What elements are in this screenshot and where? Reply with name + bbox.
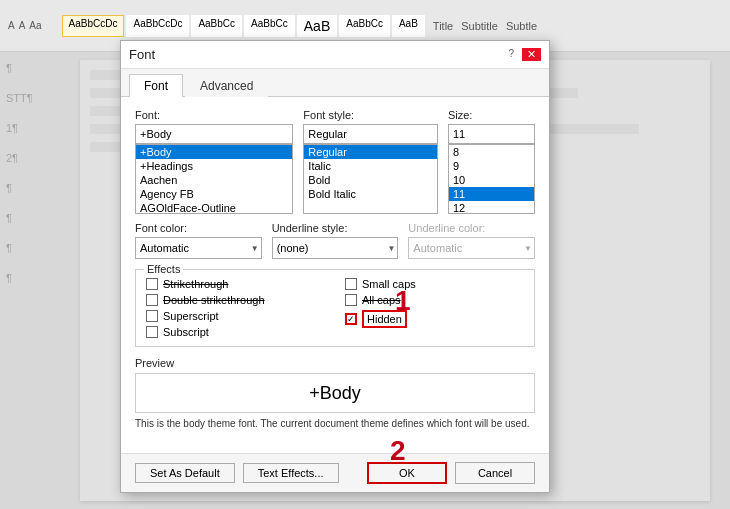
tab-advanced[interactable]: Advanced	[185, 74, 268, 97]
superscript-label: Superscript	[163, 310, 219, 322]
preview-label: Preview	[135, 357, 535, 369]
superscript-effect: Superscript	[146, 310, 325, 322]
font-style-input[interactable]	[303, 124, 438, 144]
font-size-col: Size: 8 9 10 11 12	[448, 109, 535, 214]
effects-section: Effects Strikethrough Double strikethrou…	[135, 269, 535, 347]
dialog-body: Font: +Body +Headings Aachen Agency FB A…	[121, 97, 549, 453]
preview-description: This is the body theme font. The current…	[135, 417, 535, 431]
strikethrough-effect: Strikethrough	[146, 278, 325, 290]
font-color-select[interactable]: Automatic	[135, 237, 262, 259]
font-size-list[interactable]: 8 9 10 11 12	[448, 144, 535, 214]
all-caps-label: All caps	[362, 294, 401, 306]
superscript-checkbox[interactable]	[146, 310, 158, 322]
font-name-col: Font: +Body +Headings Aachen Agency FB A…	[135, 109, 293, 214]
style-list-item[interactable]: Italic	[304, 159, 437, 173]
size-list-item[interactable]: 9	[449, 159, 534, 173]
dialog-window-controls: ? ✕	[504, 48, 541, 61]
preview-box: +Body	[135, 373, 535, 413]
style-h3[interactable]: AaB	[297, 15, 337, 37]
small-caps-label: Small caps	[362, 278, 416, 290]
font-list-item[interactable]: +Headings	[136, 159, 292, 173]
underline-color-col: Underline color: Automatic ▼	[408, 222, 535, 259]
cancel-button[interactable]: Cancel	[455, 462, 535, 484]
double-strikethrough-effect: Double strikethrough	[146, 294, 325, 306]
underline-color-label: Underline color:	[408, 222, 535, 234]
underline-style-col: Underline style: (none) ▼	[272, 222, 399, 259]
effects-legend: Effects	[144, 263, 183, 275]
all-caps-checkbox[interactable]	[345, 294, 357, 306]
ribbon-title-label: Title	[433, 20, 453, 32]
small-caps-effect: Small caps	[345, 278, 524, 290]
ribbon-tool: A	[19, 20, 26, 31]
dialog-footer: Set As Default Text Effects... OK Cancel	[121, 453, 549, 492]
font-color-select-wrap: Automatic ▼	[135, 237, 262, 259]
preview-section: Preview +Body This is the body theme fon…	[135, 357, 535, 431]
underline-style-select-wrap: (none) ▼	[272, 237, 399, 259]
hidden-checkbox[interactable]: ✓	[345, 313, 357, 325]
footer-right-buttons: OK Cancel	[367, 462, 535, 484]
double-strikethrough-checkbox[interactable]	[146, 294, 158, 306]
ribbon-subtitle2-label: Subtle	[506, 20, 537, 32]
effects-left-col: Strikethrough Double strikethrough Super…	[146, 278, 325, 338]
font-name-list[interactable]: +Body +Headings Aachen Agency FB AGOldFa…	[135, 144, 293, 214]
font-list-item[interactable]: Agency FB	[136, 187, 292, 201]
dialog-tabs: Font Advanced	[121, 69, 549, 97]
style-label: Font style:	[303, 109, 438, 121]
style-list-item[interactable]: Bold Italic	[304, 187, 437, 201]
hidden-label: Hidden	[362, 310, 407, 328]
double-strikethrough-label: Double strikethrough	[163, 294, 265, 306]
color-underline-row: Font color: Automatic ▼ Underline style:…	[135, 222, 535, 259]
style-list-item[interactable]: Regular	[304, 145, 437, 159]
size-label: Size:	[448, 109, 535, 121]
style-h1[interactable]: AaBbCc	[191, 15, 242, 37]
font-style-list[interactable]: Regular Italic Bold Bold Italic	[303, 144, 438, 214]
hidden-effect: ✓ Hidden	[345, 310, 524, 328]
dialog-titlebar: Font ? ✕	[121, 41, 549, 69]
preview-text: +Body	[309, 383, 361, 404]
font-size-input[interactable]	[448, 124, 535, 144]
ok-button[interactable]: OK	[367, 462, 447, 484]
style-title[interactable]: AaBbCc	[339, 15, 390, 37]
font-list-item[interactable]: AGOldFace-Outline	[136, 201, 292, 214]
strikethrough-checkbox[interactable]	[146, 278, 158, 290]
style-normal[interactable]: AaBbCcDc	[62, 15, 125, 37]
ribbon-subtitle-label: Subtitle	[461, 20, 498, 32]
font-dialog: Font ? ✕ Font Advanced Font: +Body +Head…	[120, 40, 550, 493]
underline-style-label: Underline style:	[272, 222, 399, 234]
help-button[interactable]: ?	[504, 48, 518, 61]
style-subtitle[interactable]: AaB	[392, 15, 425, 37]
footer-left-buttons: Set As Default Text Effects...	[135, 463, 339, 483]
subscript-checkbox[interactable]	[146, 326, 158, 338]
dialog-title: Font	[129, 47, 155, 62]
tab-font[interactable]: Font	[129, 74, 183, 97]
style-list-item[interactable]: Bold	[304, 173, 437, 187]
underline-style-select[interactable]: (none)	[272, 237, 399, 259]
strikethrough-label: Strikethrough	[163, 278, 228, 290]
all-caps-effect: All caps	[345, 294, 524, 306]
font-name-input[interactable]	[135, 124, 293, 144]
ribbon-tool: A	[8, 20, 15, 31]
font-list-item[interactable]: +Body	[136, 145, 292, 159]
style-h2[interactable]: AaBbCc	[244, 15, 295, 37]
size-list-item[interactable]: 8	[449, 145, 534, 159]
subscript-label: Subscript	[163, 326, 209, 338]
font-label: Font:	[135, 109, 293, 121]
size-list-item[interactable]: 10	[449, 173, 534, 187]
underline-color-select-wrap: Automatic ▼	[408, 237, 535, 259]
size-list-item[interactable]: 12	[449, 201, 534, 214]
effects-right-col: Small caps All caps ✓ Hidden	[345, 278, 524, 338]
underline-color-select[interactable]: Automatic	[408, 237, 535, 259]
style-nospace[interactable]: AaBbCcDc	[126, 15, 189, 37]
font-list-item[interactable]: Aachen	[136, 173, 292, 187]
font-style-col: Font style: Regular Italic Bold Bold Ita…	[303, 109, 438, 214]
ribbon-tool: Aa	[29, 20, 41, 31]
font-color-col: Font color: Automatic ▼	[135, 222, 262, 259]
font-style-size-row: Font: +Body +Headings Aachen Agency FB A…	[135, 109, 535, 214]
small-caps-checkbox[interactable]	[345, 278, 357, 290]
text-effects-button[interactable]: Text Effects...	[243, 463, 339, 483]
size-list-item[interactable]: 11	[449, 187, 534, 201]
set-default-button[interactable]: Set As Default	[135, 463, 235, 483]
close-button[interactable]: ✕	[522, 48, 541, 61]
subscript-effect: Subscript	[146, 326, 325, 338]
font-color-label: Font color:	[135, 222, 262, 234]
